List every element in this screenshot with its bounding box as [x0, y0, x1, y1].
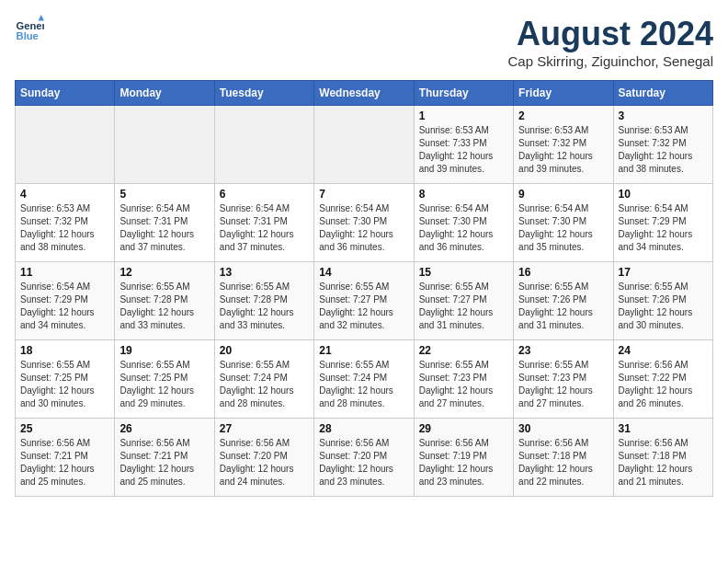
calendar-cell: 16Sunrise: 6:55 AM Sunset: 7:26 PM Dayli… — [514, 262, 613, 340]
day-info: Sunrise: 6:53 AM Sunset: 7:32 PM Dayligh… — [20, 202, 109, 254]
calendar-cell: 5Sunrise: 6:54 AM Sunset: 7:31 PM Daylig… — [115, 184, 214, 262]
day-info: Sunrise: 6:55 AM Sunset: 7:23 PM Dayligh… — [419, 359, 508, 410]
day-number: 17 — [619, 266, 708, 279]
calendar-cell: 10Sunrise: 6:54 AM Sunset: 7:29 PM Dayli… — [613, 184, 712, 262]
calendar-header: General Blue August 2024 Cap Skirring, Z… — [15, 15, 713, 69]
calendar-cell: 27Sunrise: 6:56 AM Sunset: 7:20 PM Dayli… — [214, 419, 313, 497]
day-number: 12 — [119, 266, 209, 279]
svg-text:Blue: Blue — [17, 30, 39, 41]
day-number: 3 — [619, 109, 708, 122]
day-info: Sunrise: 6:55 AM Sunset: 7:23 PM Dayligh… — [518, 359, 608, 410]
svg-text:General: General — [17, 20, 44, 31]
day-number: 21 — [319, 344, 408, 357]
day-number: 11 — [20, 266, 109, 279]
day-info: Sunrise: 6:56 AM Sunset: 7:20 PM Dayligh… — [220, 437, 309, 488]
day-number: 15 — [419, 266, 508, 279]
day-info: Sunrise: 6:56 AM Sunset: 7:20 PM Dayligh… — [319, 437, 408, 488]
day-info: Sunrise: 6:55 AM Sunset: 7:24 PM Dayligh… — [220, 359, 309, 410]
day-number: 27 — [220, 422, 309, 435]
logo: General Blue — [15, 15, 44, 44]
day-info: Sunrise: 6:55 AM Sunset: 7:27 PM Dayligh… — [419, 281, 508, 332]
day-number: 6 — [220, 188, 309, 201]
calendar-week-4: 18Sunrise: 6:55 AM Sunset: 7:25 PM Dayli… — [16, 340, 713, 419]
day-info: Sunrise: 6:55 AM Sunset: 7:25 PM Dayligh… — [119, 359, 209, 410]
day-info: Sunrise: 6:55 AM Sunset: 7:26 PM Dayligh… — [518, 281, 608, 332]
day-info: Sunrise: 6:56 AM Sunset: 7:18 PM Dayligh… — [518, 437, 608, 488]
day-info: Sunrise: 6:56 AM Sunset: 7:21 PM Dayligh… — [119, 437, 209, 488]
calendar-cell: 12Sunrise: 6:55 AM Sunset: 7:28 PM Dayli… — [115, 262, 214, 340]
calendar-week-2: 4Sunrise: 6:53 AM Sunset: 7:32 PM Daylig… — [16, 184, 713, 262]
calendar-cell — [16, 106, 115, 184]
day-number: 30 — [518, 422, 608, 435]
day-info: Sunrise: 6:53 AM Sunset: 7:32 PM Dayligh… — [619, 124, 708, 176]
calendar-cell: 1Sunrise: 6:53 AM Sunset: 7:33 PM Daylig… — [414, 106, 513, 184]
calendar-week-3: 11Sunrise: 6:54 AM Sunset: 7:29 PM Dayli… — [16, 262, 713, 340]
day-info: Sunrise: 6:54 AM Sunset: 7:31 PM Dayligh… — [220, 202, 309, 254]
calendar-subtitle: Cap Skirring, Ziguinchor, Senegal — [508, 53, 713, 69]
calendar-cell: 26Sunrise: 6:56 AM Sunset: 7:21 PM Dayli… — [115, 419, 214, 497]
day-number: 31 — [619, 422, 708, 435]
weekday-header-thursday: Thursday — [414, 81, 513, 106]
calendar-cell: 28Sunrise: 6:56 AM Sunset: 7:20 PM Dayli… — [314, 419, 414, 497]
day-number: 20 — [220, 344, 309, 357]
day-number: 13 — [220, 266, 309, 279]
calendar-cell: 15Sunrise: 6:55 AM Sunset: 7:27 PM Dayli… — [414, 262, 513, 340]
day-number: 18 — [20, 344, 109, 357]
day-number: 26 — [119, 422, 209, 435]
weekday-header-row: SundayMondayTuesdayWednesdayThursdayFrid… — [16, 81, 713, 106]
day-info: Sunrise: 6:55 AM Sunset: 7:28 PM Dayligh… — [119, 281, 209, 332]
calendar-cell — [214, 106, 313, 184]
calendar-cell: 31Sunrise: 6:56 AM Sunset: 7:18 PM Dayli… — [613, 419, 712, 497]
calendar-cell: 21Sunrise: 6:55 AM Sunset: 7:24 PM Dayli… — [314, 340, 414, 419]
calendar-cell: 4Sunrise: 6:53 AM Sunset: 7:32 PM Daylig… — [16, 184, 115, 262]
day-number: 16 — [518, 266, 608, 279]
day-info: Sunrise: 6:55 AM Sunset: 7:26 PM Dayligh… — [619, 281, 708, 332]
day-info: Sunrise: 6:54 AM Sunset: 7:29 PM Dayligh… — [619, 202, 708, 254]
calendar-week-1: 1Sunrise: 6:53 AM Sunset: 7:33 PM Daylig… — [16, 106, 713, 184]
day-number: 7 — [319, 188, 408, 201]
calendar-cell: 13Sunrise: 6:55 AM Sunset: 7:28 PM Dayli… — [214, 262, 313, 340]
calendar-cell: 23Sunrise: 6:55 AM Sunset: 7:23 PM Dayli… — [514, 340, 613, 419]
day-number: 19 — [119, 344, 209, 357]
day-info: Sunrise: 6:54 AM Sunset: 7:30 PM Dayligh… — [319, 202, 408, 254]
calendar-title: August 2024 — [508, 15, 713, 53]
calendar-cell: 11Sunrise: 6:54 AM Sunset: 7:29 PM Dayli… — [16, 262, 115, 340]
logo-icon: General Blue — [15, 15, 44, 44]
calendar-cell: 2Sunrise: 6:53 AM Sunset: 7:32 PM Daylig… — [514, 106, 613, 184]
day-number: 29 — [419, 422, 508, 435]
day-info: Sunrise: 6:56 AM Sunset: 7:22 PM Dayligh… — [619, 359, 708, 410]
day-number: 10 — [619, 188, 708, 201]
day-number: 14 — [319, 266, 408, 279]
day-number: 5 — [119, 188, 209, 201]
day-info: Sunrise: 6:55 AM Sunset: 7:24 PM Dayligh… — [319, 359, 408, 410]
day-info: Sunrise: 6:55 AM Sunset: 7:28 PM Dayligh… — [220, 281, 309, 332]
day-info: Sunrise: 6:54 AM Sunset: 7:30 PM Dayligh… — [518, 202, 608, 254]
calendar-cell: 9Sunrise: 6:54 AM Sunset: 7:30 PM Daylig… — [514, 184, 613, 262]
day-number: 25 — [20, 422, 109, 435]
day-number: 2 — [518, 109, 608, 122]
weekday-header-saturday: Saturday — [613, 81, 712, 106]
calendar-cell: 17Sunrise: 6:55 AM Sunset: 7:26 PM Dayli… — [613, 262, 712, 340]
weekday-header-monday: Monday — [115, 81, 214, 106]
day-number: 9 — [518, 188, 608, 201]
day-info: Sunrise: 6:55 AM Sunset: 7:27 PM Dayligh… — [319, 281, 408, 332]
svg-marker-2 — [39, 15, 44, 20]
day-info: Sunrise: 6:55 AM Sunset: 7:25 PM Dayligh… — [20, 359, 109, 410]
title-block: August 2024 Cap Skirring, Ziguinchor, Se… — [508, 15, 713, 69]
calendar-cell: 3Sunrise: 6:53 AM Sunset: 7:32 PM Daylig… — [613, 106, 712, 184]
day-info: Sunrise: 6:54 AM Sunset: 7:31 PM Dayligh… — [119, 202, 209, 254]
weekday-header-tuesday: Tuesday — [214, 81, 313, 106]
day-number: 28 — [319, 422, 408, 435]
calendar-table: SundayMondayTuesdayWednesdayThursdayFrid… — [15, 80, 713, 497]
day-info: Sunrise: 6:56 AM Sunset: 7:21 PM Dayligh… — [20, 437, 109, 488]
day-info: Sunrise: 6:56 AM Sunset: 7:18 PM Dayligh… — [619, 437, 708, 488]
calendar-cell: 19Sunrise: 6:55 AM Sunset: 7:25 PM Dayli… — [115, 340, 214, 419]
calendar-cell: 18Sunrise: 6:55 AM Sunset: 7:25 PM Dayli… — [16, 340, 115, 419]
calendar-cell: 14Sunrise: 6:55 AM Sunset: 7:27 PM Dayli… — [314, 262, 414, 340]
day-number: 1 — [419, 109, 508, 122]
calendar-cell: 20Sunrise: 6:55 AM Sunset: 7:24 PM Dayli… — [214, 340, 313, 419]
calendar-cell: 22Sunrise: 6:55 AM Sunset: 7:23 PM Dayli… — [414, 340, 513, 419]
calendar-cell: 25Sunrise: 6:56 AM Sunset: 7:21 PM Dayli… — [16, 419, 115, 497]
calendar-cell — [115, 106, 214, 184]
day-info: Sunrise: 6:53 AM Sunset: 7:32 PM Dayligh… — [518, 124, 608, 176]
